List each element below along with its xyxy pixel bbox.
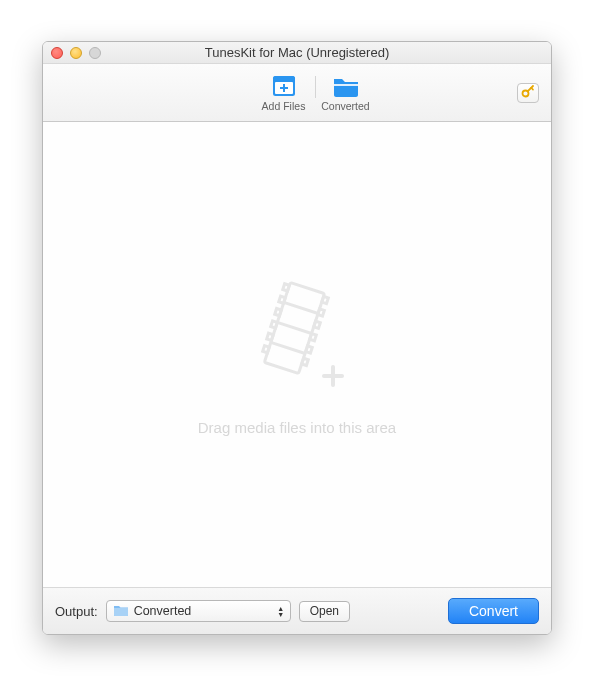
svg-rect-19 xyxy=(322,296,329,303)
svg-line-11 xyxy=(277,322,311,333)
converted-label: Converted xyxy=(321,100,369,112)
app-window: TunesKit for Mac (Unregistered) Add File… xyxy=(42,41,552,635)
folder-icon xyxy=(332,74,360,98)
svg-line-12 xyxy=(271,342,305,353)
svg-rect-4 xyxy=(280,87,288,89)
traffic-lights xyxy=(51,47,101,59)
svg-rect-21 xyxy=(314,321,321,328)
svg-rect-18 xyxy=(263,346,270,353)
drop-hint-text: Drag media files into this area xyxy=(198,419,396,436)
svg-rect-16 xyxy=(271,321,278,328)
updown-icon: ▲▼ xyxy=(274,606,288,617)
toolbar-center: Add Files Converted xyxy=(253,70,377,116)
filmstrip-icon xyxy=(237,379,357,396)
key-icon xyxy=(521,84,535,102)
dropdown-value: Converted xyxy=(134,604,269,618)
svg-line-8 xyxy=(531,87,533,89)
output-label: Output: xyxy=(55,604,98,619)
toolbar: Add Files Converted xyxy=(43,64,551,122)
add-files-label: Add Files xyxy=(262,100,306,112)
register-button[interactable] xyxy=(517,83,539,103)
converted-button[interactable]: Converted xyxy=(315,70,377,116)
svg-rect-14 xyxy=(279,296,286,303)
convert-button[interactable]: Convert xyxy=(448,598,539,624)
close-icon[interactable] xyxy=(51,47,63,59)
bottom-bar: Output: Converted ▲▼ Open Convert xyxy=(43,588,551,634)
svg-rect-5 xyxy=(334,84,358,86)
svg-rect-17 xyxy=(267,333,274,340)
zoom-icon[interactable] xyxy=(89,47,101,59)
drop-area[interactable]: Drag media files into this area xyxy=(43,122,551,588)
svg-rect-1 xyxy=(273,76,295,81)
placeholder xyxy=(237,273,357,397)
svg-rect-22 xyxy=(310,334,317,341)
svg-line-10 xyxy=(284,302,318,313)
output-folder-dropdown[interactable]: Converted ▲▼ xyxy=(106,600,291,622)
add-files-icon xyxy=(271,74,297,98)
add-files-button[interactable]: Add Files xyxy=(253,70,315,116)
svg-rect-23 xyxy=(306,346,313,353)
svg-rect-24 xyxy=(302,358,309,365)
folder-small-icon xyxy=(113,603,129,620)
svg-rect-15 xyxy=(275,308,282,315)
window-title: TunesKit for Mac (Unregistered) xyxy=(43,45,551,60)
open-button[interactable]: Open xyxy=(299,601,350,622)
svg-rect-20 xyxy=(318,309,325,316)
minimize-icon[interactable] xyxy=(70,47,82,59)
svg-rect-13 xyxy=(283,284,290,291)
titlebar: TunesKit for Mac (Unregistered) xyxy=(43,42,551,64)
